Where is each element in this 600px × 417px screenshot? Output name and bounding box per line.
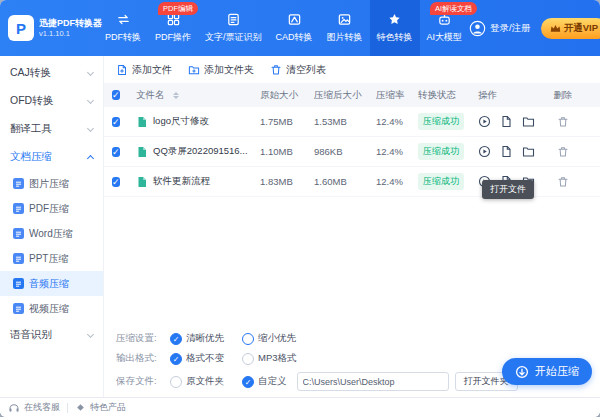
sidebar-item-label: PPT压缩 xyxy=(29,252,68,266)
table-header: ✓ 文件名 原始大小 压缩后大小 压缩率 转换状态 操作 删除 xyxy=(104,83,600,107)
main-nav: PDF转换 PDF操作 文字/票证识别 CAD转换 图片转换 特色转换 xyxy=(98,0,469,56)
open-file-tooltip: 打开文件 xyxy=(482,180,534,199)
header-original-size: 原始大小 xyxy=(260,89,314,102)
sidebar-item-word-compress[interactable]: Word压缩 xyxy=(0,221,103,246)
clear-list-button[interactable]: 清空列表 xyxy=(270,63,326,77)
add-file-button[interactable]: 添加文件 xyxy=(116,63,172,77)
original-size: 1.10MB xyxy=(260,146,314,157)
compressed-size: 1.53MB xyxy=(314,116,376,127)
pdf-compress-icon xyxy=(13,203,24,214)
header-status: 转换状态 xyxy=(418,89,478,102)
add-file-label: 添加文件 xyxy=(132,63,172,77)
video-compress-icon xyxy=(13,303,24,314)
sort-icon[interactable] xyxy=(173,92,179,99)
custom-folder-radio[interactable]: ✓ 自定义 xyxy=(242,375,287,388)
sidebar-item-video-compress[interactable]: 视频压缩 xyxy=(0,296,103,321)
nav-label: CAD转换 xyxy=(276,31,313,44)
row-checkbox[interactable]: ✓ xyxy=(112,177,120,187)
open-folder-icon[interactable] xyxy=(522,145,535,158)
sidebar-group-doc-compress[interactable]: 文档压缩 xyxy=(0,143,103,171)
main-panel: 添加文件 添加文件夹 清空列表 ✓ 文件名 原始大小 压 xyxy=(104,56,600,397)
start-compress-button[interactable]: 开始压缩 xyxy=(502,358,592,385)
top-bar: P 迅捷PDF转换器 v1.1.10.1 PDF转换 PDF操作 文字/票证识别… xyxy=(0,0,600,56)
sidebar-item-ppt-compress[interactable]: PPT压缩 xyxy=(0,246,103,271)
avatar-icon xyxy=(469,20,486,37)
nav-label: 图片转换 xyxy=(327,31,363,44)
nav-label: 特色转换 xyxy=(377,31,413,44)
ppt-compress-icon xyxy=(13,253,24,264)
chevron-down-icon xyxy=(87,96,94,103)
radio-label: 缩小优先 xyxy=(258,332,296,345)
original-size: 1.83MB xyxy=(260,176,314,187)
open-folder-icon[interactable] xyxy=(522,115,535,128)
image-icon xyxy=(337,12,352,27)
audio-compress-icon xyxy=(13,278,24,289)
keep-format-radio[interactable]: ✓ 格式不变 xyxy=(170,352,224,365)
radio-label: 原文件夹 xyxy=(186,375,224,388)
play-file-icon[interactable] xyxy=(478,145,491,158)
open-file-icon[interactable] xyxy=(500,145,513,158)
sidebar-item-pdf-compress[interactable]: PDF压缩 xyxy=(0,196,103,221)
original-folder-radio[interactable]: 原文件夹 xyxy=(170,375,224,388)
brand-text: 迅捷PDF转换器 v1.1.10.1 xyxy=(39,18,102,39)
original-size: 1.75MB xyxy=(260,116,314,127)
clarity-priority-radio[interactable]: ✓ 清晰优先 xyxy=(170,332,224,345)
shrink-priority-radio[interactable]: 缩小优先 xyxy=(242,332,296,345)
compress-setting-label: 压缩设置: xyxy=(116,332,170,345)
open-vip-button[interactable]: 开通VIP xyxy=(541,18,600,39)
chevron-up-icon xyxy=(87,155,94,162)
radio-check-icon: ✓ xyxy=(242,376,254,388)
open-file-icon[interactable] xyxy=(500,115,513,128)
sidebar-group-translate[interactable]: 翻译工具 xyxy=(0,115,103,143)
delete-icon[interactable] xyxy=(557,176,569,188)
save-path-input[interactable] xyxy=(297,372,449,391)
nav-ocr[interactable]: 文字/票证识别 xyxy=(198,0,269,56)
document-scan-icon xyxy=(226,12,241,27)
nav-label: 文字/票证识别 xyxy=(205,31,262,44)
login-label: 登录/注册 xyxy=(490,22,531,35)
login-register-button[interactable]: 登录/注册 xyxy=(469,20,531,37)
sidebar-group-caj[interactable]: CAJ转换 xyxy=(0,59,103,87)
sidebar-item-image-compress[interactable]: 图片压缩 xyxy=(0,171,103,196)
add-folder-button[interactable]: 添加文件夹 xyxy=(188,63,254,77)
add-folder-label: 添加文件夹 xyxy=(204,63,254,77)
row-checkbox[interactable]: ✓ xyxy=(112,147,120,157)
compress-setting-row: 压缩设置: ✓ 清晰优先 缩小优先 xyxy=(116,332,588,345)
sidebar-item-label: PDF压缩 xyxy=(29,202,69,216)
cad-drawing-icon xyxy=(287,12,302,27)
convert-arrows-icon xyxy=(116,12,131,27)
topbar-right: 登录/注册 开通VIP xyxy=(469,0,600,56)
sidebar: CAJ转换 OFD转换 翻译工具 文档压缩 图片压缩 PDF压缩 xyxy=(0,56,104,397)
ai-doc-badge: AI解读文档 xyxy=(430,2,477,15)
folder-plus-icon xyxy=(188,64,200,76)
nav-special-convert[interactable]: 特色转换 xyxy=(370,0,420,56)
select-all-checkbox[interactable]: ✓ xyxy=(112,90,120,100)
sidebar-group-ofd[interactable]: OFD转换 xyxy=(0,87,103,115)
nav-image-convert[interactable]: 图片转换 xyxy=(320,0,370,56)
row-checkbox[interactable]: ✓ xyxy=(112,117,120,127)
nav-label: PDF操作 xyxy=(155,31,191,44)
nav-label: AI大模型 xyxy=(427,31,463,44)
online-service-button[interactable]: 在线客服 xyxy=(8,401,60,414)
nav-cad-convert[interactable]: CAD转换 xyxy=(269,0,320,56)
sidebar-item-audio-compress[interactable]: 音频压缩 xyxy=(0,271,103,296)
sidebar-group-speech[interactable]: 语音识别 xyxy=(0,321,103,349)
header-filename: 文件名 xyxy=(136,89,165,102)
radio-label: 格式不变 xyxy=(186,352,224,365)
file-icon xyxy=(136,146,148,158)
delete-icon[interactable] xyxy=(557,146,569,158)
nav-pdf-convert[interactable]: PDF转换 xyxy=(98,0,148,56)
header-delete: 删除 xyxy=(550,89,576,102)
header-ratio: 压缩率 xyxy=(376,89,418,102)
featured-products-button[interactable]: 特色产品 xyxy=(75,401,126,414)
radio-label: MP3格式 xyxy=(258,352,297,365)
delete-icon[interactable] xyxy=(557,116,569,128)
pdf-edit-badge: PDF编辑 xyxy=(158,2,198,15)
clear-list-label: 清空列表 xyxy=(286,63,326,77)
mp3-format-radio[interactable]: MP3格式 xyxy=(242,352,297,365)
play-file-icon[interactable] xyxy=(478,115,491,128)
online-service-label: 在线客服 xyxy=(24,401,60,414)
compress-ratio: 12.4% xyxy=(376,146,418,157)
app-logo-icon: P xyxy=(8,15,34,41)
group-label: 语音识别 xyxy=(10,328,52,342)
